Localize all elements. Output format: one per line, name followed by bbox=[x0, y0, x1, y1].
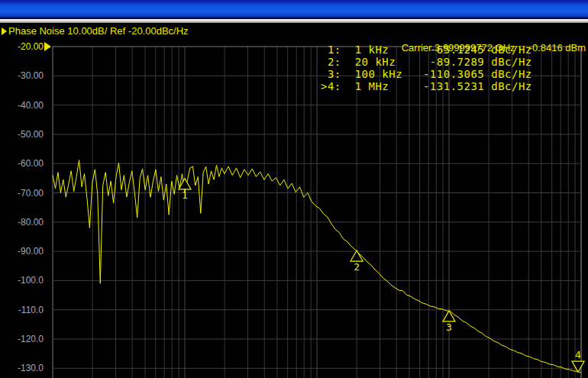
y-axis-label--70.00: -70.00 bbox=[0, 188, 44, 199]
y-axis-label--50.00: -50.00 bbox=[0, 129, 44, 140]
y-axis-label--20.00: -20.00 bbox=[0, 41, 44, 52]
phase-noise-analyzer-screen: { "window": {"title_bar": ""}, "header":… bbox=[0, 0, 588, 378]
marker-3-icon[interactable] bbox=[443, 311, 455, 321]
y-axis-label--30.00: -30.00 bbox=[0, 70, 44, 81]
marker-table: 1: 1 kHz -65.1245 dBc/Hz 2: 20 kHz -89.7… bbox=[321, 44, 532, 92]
trace-label: Phase Noise 10.00dB/ Ref -20.00dBc/Hz bbox=[8, 25, 189, 37]
y-axis-label--80.00: -80.00 bbox=[0, 217, 44, 228]
marker-4-label: 4 bbox=[575, 349, 581, 360]
ref-level-arrow-icon bbox=[44, 42, 51, 51]
marker-4-icon[interactable] bbox=[572, 361, 584, 372]
marker-1-label: 1 bbox=[182, 189, 188, 201]
y-axis-label--130.0: -130.0 bbox=[0, 363, 44, 373]
chart-markers: 1234 bbox=[179, 179, 584, 372]
y-axis-label--40.00: -40.00 bbox=[0, 100, 44, 111]
y-axis-label--100.0: -100.0 bbox=[0, 275, 44, 286]
marker-3-label: 3 bbox=[446, 321, 452, 333]
marker-table-row-4: >4: 1 MHz -131.5231 dBc/Hz bbox=[321, 80, 532, 92]
chart-grid bbox=[53, 47, 581, 378]
y-axis-label--90.00: -90.00 bbox=[0, 246, 44, 257]
carrier-power: -0.8416 dBm bbox=[529, 42, 586, 53]
marker-table-row-3: 3: 100 kHz -110.3065 dBc/Hz bbox=[321, 68, 532, 80]
marker-table-row-1: 1: 1 kHz -65.1245 dBc/Hz bbox=[321, 44, 532, 56]
marker-2-label: 2 bbox=[354, 261, 360, 273]
trace-select-arrow-icon bbox=[2, 27, 7, 35]
y-axis-label--110.0: -110.0 bbox=[0, 305, 44, 315]
y-axis-labels: -20.00-30.00-40.00-50.00-60.00-70.00-80.… bbox=[0, 0, 44, 378]
trace-header: Phase Noise 10.00dB/ Ref -20.00dBc/Hz bbox=[2, 25, 189, 37]
y-axis-label--60.00: -60.00 bbox=[0, 158, 44, 169]
marker-table-row-2: 2: 20 kHz -89.7289 dBc/Hz bbox=[321, 56, 532, 68]
y-axis-label--120.0: -120.0 bbox=[0, 334, 44, 344]
